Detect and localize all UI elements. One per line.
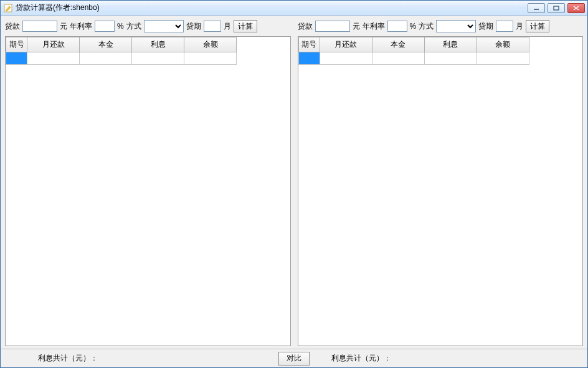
selected-cell[interactable] bbox=[298, 52, 320, 65]
loan-input[interactable] bbox=[22, 21, 57, 32]
footer: 利息共计（元）： 对比 利息共计（元）： bbox=[1, 349, 587, 367]
cell-interest[interactable] bbox=[132, 52, 184, 65]
compare-button[interactable]: 对比 bbox=[278, 352, 310, 366]
col-payment[interactable]: 月还款 bbox=[27, 37, 80, 52]
rate-label: 年利率 bbox=[363, 21, 385, 32]
cell-balance[interactable] bbox=[184, 52, 237, 65]
col-payment[interactable]: 月还款 bbox=[320, 37, 372, 52]
method-select[interactable] bbox=[436, 20, 476, 32]
col-interest[interactable]: 利息 bbox=[132, 37, 184, 52]
close-button[interactable] bbox=[567, 3, 585, 13]
right-table: 期号 月还款 本金 利息 余额 bbox=[298, 37, 529, 65]
cell-payment[interactable] bbox=[320, 52, 372, 65]
interest-total-left: 利息共计（元）： bbox=[38, 353, 98, 364]
window-title: 贷款计算器(作者:shenbo) bbox=[16, 2, 528, 13]
cell-payment[interactable] bbox=[27, 52, 80, 65]
calc-button[interactable]: 计算 bbox=[234, 20, 257, 32]
content-area: 贷款 元 年利率 % 方式 贷期 月 计算 bbox=[1, 16, 587, 367]
selected-cell[interactable] bbox=[6, 52, 27, 65]
svg-rect-2 bbox=[554, 6, 559, 10]
period-label: 贷期 bbox=[478, 21, 493, 32]
rate-label: 年利率 bbox=[70, 21, 92, 32]
footer-left: 利息共计（元）： bbox=[1, 353, 294, 364]
loan-input[interactable] bbox=[315, 21, 350, 32]
period-input[interactable] bbox=[204, 21, 221, 32]
col-idx[interactable]: 期号 bbox=[6, 37, 27, 52]
rate-input[interactable] bbox=[387, 21, 407, 32]
loan-unit: 元 bbox=[60, 21, 67, 32]
rate-input[interactable] bbox=[95, 21, 115, 32]
loan-label: 贷款 bbox=[298, 21, 313, 32]
col-balance[interactable]: 余额 bbox=[184, 37, 237, 52]
window-controls bbox=[528, 3, 585, 13]
period-unit: 月 bbox=[224, 21, 231, 32]
cell-balance[interactable] bbox=[477, 52, 529, 65]
table-row[interactable] bbox=[6, 52, 237, 65]
left-toolbar: 贷款 元 年利率 % 方式 贷期 月 计算 bbox=[2, 17, 293, 36]
col-balance[interactable]: 余额 bbox=[477, 37, 529, 52]
loan-unit: 元 bbox=[353, 21, 360, 32]
right-grid[interactable]: 期号 月还款 本金 利息 余额 bbox=[298, 36, 584, 346]
table-row[interactable] bbox=[298, 52, 529, 65]
panes: 贷款 元 年利率 % 方式 贷期 月 计算 bbox=[1, 16, 587, 349]
cell-principal[interactable] bbox=[372, 52, 424, 65]
col-interest[interactable]: 利息 bbox=[424, 37, 477, 52]
period-input[interactable] bbox=[496, 21, 513, 32]
titlebar: 贷款计算器(作者:shenbo) bbox=[1, 1, 587, 16]
footer-right: 利息共计（元）： bbox=[294, 353, 587, 364]
loan-label: 贷款 bbox=[5, 21, 20, 32]
col-principal[interactable]: 本金 bbox=[80, 37, 132, 52]
left-grid[interactable]: 期号 月还款 本金 利息 余额 bbox=[5, 36, 291, 346]
period-label: 贷期 bbox=[186, 21, 201, 32]
method-select[interactable] bbox=[144, 20, 184, 32]
minimize-button[interactable] bbox=[528, 3, 545, 13]
cell-interest[interactable] bbox=[424, 52, 477, 65]
method-label: 方式 bbox=[419, 21, 434, 32]
method-label: 方式 bbox=[126, 21, 141, 32]
col-idx[interactable]: 期号 bbox=[298, 37, 320, 52]
app-icon bbox=[3, 3, 13, 13]
left-table: 期号 月还款 本金 利息 余额 bbox=[6, 37, 237, 65]
maximize-button[interactable] bbox=[548, 3, 565, 13]
calc-button[interactable]: 计算 bbox=[526, 20, 549, 32]
right-pane: 贷款 元 年利率 % 方式 贷期 月 计算 bbox=[295, 17, 586, 349]
rate-unit: % bbox=[410, 22, 417, 31]
right-toolbar: 贷款 元 年利率 % 方式 贷期 月 计算 bbox=[295, 17, 586, 36]
rate-unit: % bbox=[117, 22, 124, 31]
col-principal[interactable]: 本金 bbox=[372, 37, 424, 52]
cell-principal[interactable] bbox=[80, 52, 132, 65]
interest-total-right: 利息共计（元）： bbox=[331, 353, 391, 364]
period-unit: 月 bbox=[516, 21, 523, 32]
left-pane: 贷款 元 年利率 % 方式 贷期 月 计算 bbox=[2, 17, 293, 349]
main-window: 贷款计算器(作者:shenbo) 贷款 元 年利率 bbox=[0, 0, 588, 368]
